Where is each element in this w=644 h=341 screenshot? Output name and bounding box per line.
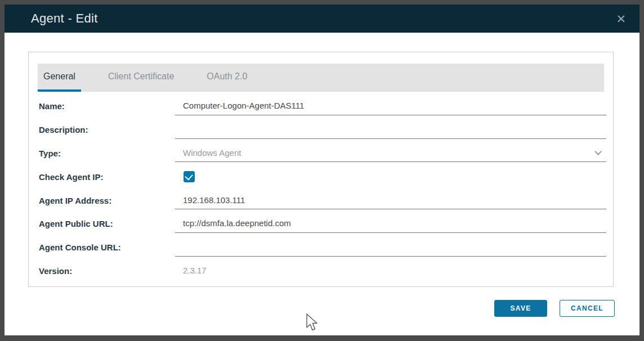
agent-ip-label: Agent IP Address: bbox=[39, 189, 111, 212]
form-rows: Name: Description: Type: Windows A bbox=[29, 95, 613, 282]
form-row-agent-ip: Agent IP Address: bbox=[29, 189, 613, 212]
modal-title: Agent - Edit bbox=[31, 11, 98, 26]
type-select[interactable]: Windows Agent bbox=[175, 148, 606, 158]
version-value: 2.3.17 bbox=[175, 266, 207, 275]
agent-edit-modal: Agent - Edit ✕ General Client Certificat… bbox=[5, 5, 639, 335]
form-row-name: Name: bbox=[29, 95, 613, 118]
form-row-version: Version: 2.3.17 bbox=[29, 259, 613, 283]
check-agent-ip-checkbox[interactable] bbox=[184, 171, 195, 182]
name-input[interactable] bbox=[175, 97, 606, 115]
version-label: Version: bbox=[39, 259, 72, 283]
form-card: General Client Certificate OAuth 2.0 Nam… bbox=[28, 52, 614, 287]
tab-general[interactable]: General bbox=[38, 64, 81, 92]
tab-oauth2[interactable]: OAuth 2.0 bbox=[201, 64, 253, 92]
close-icon[interactable]: ✕ bbox=[616, 13, 626, 25]
cancel-button[interactable]: CANCEL bbox=[560, 300, 615, 317]
description-input[interactable] bbox=[175, 120, 606, 138]
modal-footer: SAVE CANCEL bbox=[5, 300, 615, 317]
screen-background: Agent - Edit ✕ General Client Certificat… bbox=[0, 0, 644, 341]
form-row-type: Type: Windows Agent bbox=[29, 142, 613, 165]
form-row-agent-console-url: Agent Console URL: bbox=[29, 236, 613, 259]
agent-console-url-label: Agent Console URL: bbox=[39, 236, 121, 259]
save-button[interactable]: SAVE bbox=[494, 300, 547, 317]
form-row-description: Description: bbox=[29, 118, 613, 142]
chevron-down-icon bbox=[594, 148, 602, 155]
tab-client-certificate[interactable]: Client Certificate bbox=[102, 64, 180, 92]
form-row-check-agent-ip: Check Agent IP: bbox=[29, 165, 613, 189]
modal-header: Agent - Edit ✕ bbox=[5, 5, 639, 33]
description-label: Description: bbox=[39, 118, 88, 142]
type-select-value: Windows Agent bbox=[183, 148, 241, 158]
check-agent-ip-label: Check Agent IP: bbox=[39, 165, 103, 189]
agent-public-url-label: Agent Public URL: bbox=[39, 212, 113, 236]
name-label: Name: bbox=[39, 95, 65, 118]
agent-console-url-input[interactable] bbox=[175, 238, 606, 256]
type-label: Type: bbox=[39, 142, 61, 165]
checkmark-icon bbox=[185, 172, 193, 180]
agent-public-url-input[interactable] bbox=[175, 214, 606, 232]
agent-ip-input[interactable] bbox=[175, 191, 606, 209]
form-row-agent-public-url: Agent Public URL: bbox=[29, 212, 613, 236]
tab-bar: General Client Certificate OAuth 2.0 bbox=[38, 64, 604, 92]
